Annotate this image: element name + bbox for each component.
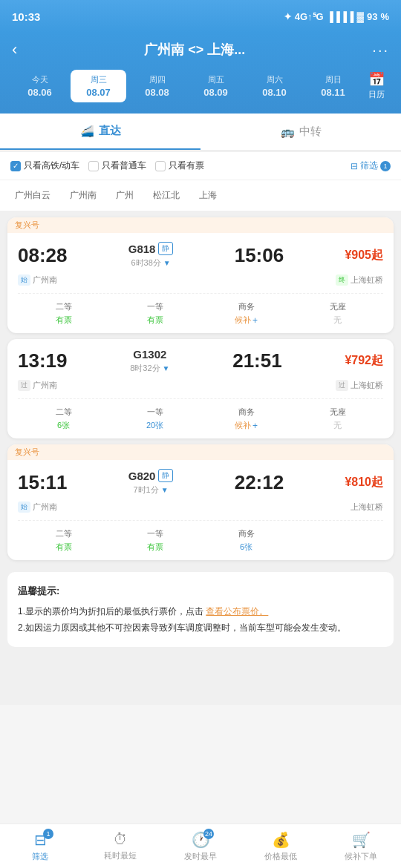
price-2: ¥792起 [345, 353, 383, 369]
status-time: 10:33 [12, 10, 40, 23]
date-tab-mon[interactable]: 今天 08.06 [12, 70, 68, 102]
train-quiet-3: 静 [158, 469, 173, 482]
price-1: ¥905起 [345, 248, 383, 263]
tab-direct[interactable]: 🚄 直达 [0, 114, 200, 150]
nav-earliest-badge: 24 [203, 829, 214, 839]
battery-level: 93 [367, 11, 377, 22]
dest-station-3: 上海虹桥 [351, 502, 383, 513]
date-tab-fri[interactable]: 周六 08.10 [247, 70, 302, 102]
train-duration-2: 8时32分 ▼ [130, 363, 169, 374]
filter-normal[interactable]: 只看普通车 [88, 160, 146, 172]
ticket-class-2-0: 二等 6张 [18, 407, 109, 431]
station-tab-guangzhou[interactable]: 广州 [108, 186, 141, 205]
nav-waitorder-icon: 🛒 [352, 831, 371, 849]
page-title: 广州南 <> 上海... [144, 41, 245, 59]
signal-icon: ▐▐▐▐ [327, 11, 354, 22]
ticket-class-1-1: 一等 有票 [109, 301, 200, 326]
calendar-button[interactable]: 📅 日历 [364, 68, 389, 103]
date-tab-sat[interactable]: 周日 08.11 [305, 70, 361, 102]
train-card-3[interactable]: 复兴号 15:11 G820 静 7时1分 ▼ 22:12 [7, 444, 394, 560]
train-list: 复兴号 08:28 G818 静 6时38分 ▼ 15:06 [0, 211, 401, 566]
nav-earliest[interactable]: 24 🕐 发时最早 [160, 824, 241, 868]
dest-station-2: 上海虹桥 [351, 380, 383, 391]
status-icons: ✦ 4G↑⁵G ▐▐▐▐ ▓ 93 % [284, 11, 389, 22]
nav-filter[interactable]: 1 ⊟ 筛选 [0, 824, 80, 868]
bluetooth-icon: ✦ [284, 11, 292, 22]
ticket-class-1-3: 无座 无 [292, 301, 383, 326]
station-tab-bar: 广州白云 广州南 广州 松江北 上海 [0, 180, 401, 211]
warm-tip-1: 1.显示的票价均为折扣后的最低执行票价，点击 查看公布票价。 [18, 604, 383, 620]
train-quiet-1: 静 [158, 242, 173, 255]
date-tab-wed[interactable]: 周四 08.08 [129, 70, 185, 102]
depart-time-1: 08:28 [18, 244, 68, 267]
ticket-class-2-1: 一等 20张 [109, 407, 200, 431]
tab-transfer[interactable]: 🚌 中转 [200, 114, 401, 150]
ticket-class-2-3: 无座 无 [292, 407, 383, 431]
train-number-2: G1302 [133, 348, 166, 361]
train-card-2[interactable]: 13:19 G1302 8时32分 ▼ 21:51 ¥792起 [7, 339, 394, 438]
station-tab-songjiangbei[interactable]: 松江北 [146, 186, 187, 205]
ticket-class-3-1: 一等 有票 [109, 528, 200, 553]
status-bar: 10:33 ✦ 4G↑⁵G ▐▐▐▐ ▓ 93 % [0, 0, 401, 33]
dest-station-1: 上海虹桥 [351, 274, 383, 286]
price-3: ¥810起 [345, 475, 383, 490]
nav-filter-badge: 1 [43, 829, 53, 839]
ticket-row-1: 二等 有票 一等 有票 商务 候补 + [18, 293, 383, 326]
arrive-time-3: 22:12 [235, 471, 284, 494]
transfer-icon: 🚌 [281, 125, 295, 139]
train-number-block-1: G818 静 6时38分 ▼ [128, 242, 174, 269]
ticket-row-3: 二等 有票 一等 有票 商务 6张 [18, 520, 383, 553]
station-tab-baiyun[interactable]: 广州白云 [7, 186, 58, 205]
train-duration-3: 7时1分 ▼ [128, 484, 174, 496]
train-tag-1: 复兴号 [7, 217, 394, 233]
header: ‹ 广州南 <> 上海... ··· 今天 08.06 周三 08.07 周四 … [0, 33, 401, 114]
nav-duration[interactable]: ⏱ 耗时最短 [80, 824, 160, 868]
dest-badge-1: 终 [336, 274, 348, 286]
depart-time-3: 15:11 [18, 471, 68, 494]
date-tab-thu[interactable]: 周五 08.09 [188, 70, 244, 102]
nav-duration-icon: ⏱ [113, 831, 128, 848]
train-number-block-2: G1302 8时32分 ▼ [130, 348, 169, 374]
main-content: 🚄 直达 🚌 中转 ✓ 只看高铁/动车 只看普通车 只看有票 ⊟ 筛选 1 [0, 114, 401, 705]
warm-tips: 温馨提示: 1.显示的票价均为折扣后的最低执行票价，点击 查看公布票价。 2.如… [7, 572, 394, 647]
mode-tab-bar: 🚄 直达 🚌 中转 [0, 114, 401, 151]
train-tag-3: 复兴号 [7, 444, 394, 460]
back-button[interactable]: ‹ [12, 40, 17, 59]
ticket-row-2: 二等 6张 一等 20张 商务 候补 + [18, 398, 383, 431]
checkbox-normal[interactable] [88, 161, 99, 171]
filter-button[interactable]: ⊟ 筛选 1 [351, 160, 391, 172]
ticket-class-1-0: 二等 有票 [18, 301, 109, 326]
origin-badge-2: 过 [18, 380, 30, 391]
origin-badge-1: 始 [18, 274, 30, 286]
station-tab-guangzhounan[interactable]: 广州南 [62, 186, 104, 205]
nav-waitorder[interactable]: 🛒 候补下单 [321, 824, 401, 868]
origin-station-1: 广州南 [33, 274, 57, 286]
date-tab-bar: 今天 08.06 周三 08.07 周四 08.08 周五 08.09 周六 0… [12, 68, 389, 103]
ticket-class-3-0: 二等 有票 [18, 528, 109, 553]
network-icon: 4G↑⁵G [295, 11, 324, 22]
origin-station-3: 广州南 [33, 502, 57, 513]
battery-icon: ▓ [356, 11, 363, 22]
dest-badge-2: 过 [336, 380, 348, 391]
filter-available[interactable]: 只看有票 [155, 160, 204, 172]
train-card-1[interactable]: 复兴号 08:28 G818 静 6时38分 ▼ 15:06 [7, 217, 394, 333]
price-link[interactable]: 查看公布票价。 [206, 606, 268, 617]
bottom-nav: 1 ⊟ 筛选 ⏱ 耗时最短 24 🕐 发时最早 💰 价格最低 🛒 候补下单 [0, 823, 401, 868]
filter-icon: ⊟ [351, 161, 358, 171]
date-tab-tue[interactable]: 周三 08.07 [71, 70, 126, 102]
more-button[interactable]: ··· [372, 42, 389, 59]
filter-row: ✓ 只看高铁/动车 只看普通车 只看有票 ⊟ 筛选 1 [0, 152, 401, 180]
depart-time-2: 13:19 [18, 349, 68, 372]
nav-price[interactable]: 💰 价格最低 [241, 824, 321, 868]
battery-percent: % [380, 11, 389, 22]
filter-highspeed[interactable]: ✓ 只看高铁/动车 [10, 160, 79, 172]
ticket-class-3-3 [292, 528, 383, 553]
filter-badge: 1 [380, 161, 391, 171]
arrive-time-2: 21:51 [232, 349, 282, 372]
checkbox-highspeed[interactable]: ✓ [10, 161, 21, 171]
arrive-time-1: 15:06 [235, 244, 284, 267]
ticket-class-3-2: 商务 6张 [200, 528, 292, 553]
train-number-1: G818 [128, 243, 156, 255]
station-tab-shanghai[interactable]: 上海 [192, 186, 224, 205]
checkbox-available[interactable] [155, 161, 166, 171]
